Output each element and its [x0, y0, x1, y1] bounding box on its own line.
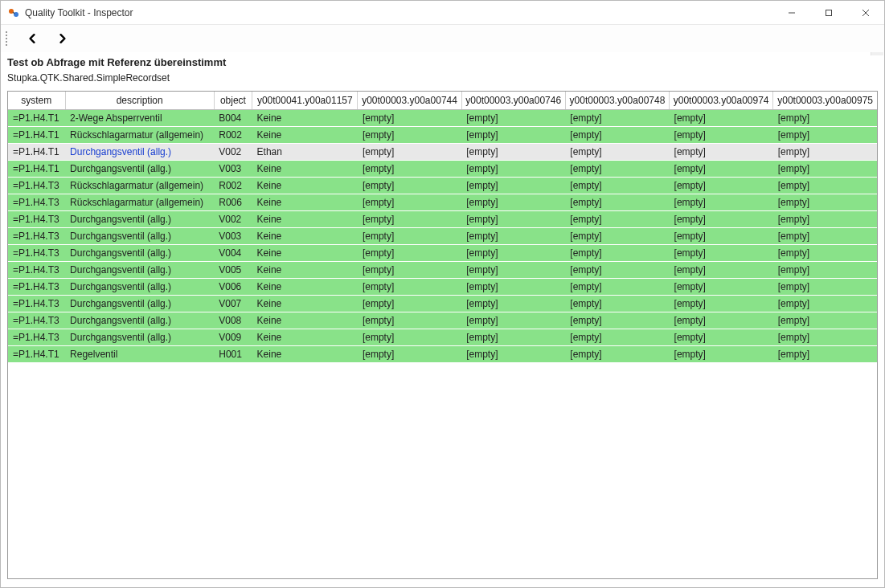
table-cell: H001 — [214, 346, 252, 363]
table-cell: V002 — [214, 144, 252, 161]
table-cell: [empty] — [565, 194, 669, 211]
table-cell: [empty] — [358, 312, 461, 329]
column-header[interactable]: y00t00003.y00a00744 — [358, 92, 461, 110]
table-cell: [empty] — [773, 245, 877, 262]
table-cell: B004 — [214, 110, 252, 127]
table-cell: =P1.H4.T3 — [8, 296, 65, 312]
table-cell: [empty] — [565, 262, 669, 279]
table-cell: [empty] — [461, 346, 565, 363]
table-cell: [empty] — [773, 329, 877, 346]
table-cell: =P1.H4.T3 — [8, 279, 65, 296]
table-cell: Durchgangsventil (allg.) — [65, 144, 214, 161]
back-button[interactable] — [25, 31, 39, 46]
column-header[interactable]: y00t00003.y00a00746 — [461, 92, 565, 110]
table-row[interactable]: =P1.H4.T1Durchgangsventil (allg.)V003Kei… — [8, 161, 877, 178]
table-cell: [empty] — [358, 279, 461, 296]
table-cell: Keine — [252, 161, 358, 178]
table-row[interactable]: =P1.H4.T3Durchgangsventil (allg.)V003Kei… — [8, 228, 877, 245]
forward-button[interactable] — [55, 31, 70, 46]
table-cell: [empty] — [773, 161, 877, 178]
table-cell: =P1.H4.T3 — [8, 178, 65, 194]
table-cell: V005 — [214, 262, 252, 279]
toolbar — [1, 25, 884, 52]
table-row[interactable]: =P1.H4.T3Durchgangsventil (allg.)V005Kei… — [8, 262, 877, 279]
table-cell: Regelventil — [65, 346, 214, 363]
page-subtitle: Stupka.QTK.Shared.SimpleRecordset — [7, 71, 878, 84]
table-cell: [empty] — [358, 296, 461, 312]
table-row[interactable]: =P1.H4.T3Rückschlagarmatur (allgemein)R0… — [8, 194, 877, 211]
table-cell: [empty] — [358, 127, 461, 144]
table-cell: R002 — [214, 127, 252, 144]
table-cell: [empty] — [565, 211, 669, 228]
table-cell: Keine — [252, 262, 358, 279]
minimize-button[interactable] — [773, 1, 810, 24]
table-cell: V002 — [214, 211, 252, 228]
navigation-group — [14, 28, 81, 49]
table-cell: Durchgangsventil (allg.) — [65, 296, 214, 312]
table-cell: [empty] — [773, 228, 877, 245]
heading-area: Test ob Abfrage mit Referenz übereinstim… — [1, 52, 884, 86]
table-cell: Durchgangsventil (allg.) — [65, 211, 214, 228]
table-cell: [empty] — [565, 228, 669, 245]
table-cell: Durchgangsventil (allg.) — [65, 161, 214, 178]
table-cell: Keine — [252, 245, 358, 262]
table-row[interactable]: =P1.H4.T1Rückschlagarmatur (allgemein)R0… — [8, 127, 877, 144]
column-header[interactable]: y00t00003.y00a00974 — [670, 92, 773, 110]
column-header[interactable]: y00t00003.y00a00748 — [565, 92, 669, 110]
table-cell: [empty] — [461, 262, 565, 279]
table-cell: [empty] — [670, 346, 773, 363]
page-title: Test ob Abfrage mit Referenz übereinstim… — [7, 55, 878, 70]
table-row[interactable]: =P1.H4.T3Durchgangsventil (allg.)V008Kei… — [8, 312, 877, 329]
table-cell: [empty] — [565, 245, 669, 262]
table-cell: =P1.H4.T1 — [8, 161, 65, 178]
table-row[interactable]: =P1.H4.T3Durchgangsventil (allg.)V002Kei… — [8, 211, 877, 228]
table-cell: =P1.H4.T3 — [8, 312, 65, 329]
table-row[interactable]: =P1.H4.T1RegelventilH001Keine[empty][emp… — [8, 346, 877, 363]
results-table[interactable]: systemdescriptionobjecty00t00041.y00a011… — [8, 92, 877, 363]
column-header[interactable]: y00t00003.y00a00975 — [773, 92, 877, 110]
column-header[interactable]: description — [65, 92, 214, 110]
table-cell: =P1.H4.T3 — [8, 262, 65, 279]
table-cell: =P1.H4.T3 — [8, 245, 65, 262]
table-cell: Rückschlagarmatur (allgemein) — [65, 127, 214, 144]
table-cell: Keine — [252, 178, 358, 194]
table-cell: [empty] — [461, 329, 565, 346]
table-cell: [empty] — [773, 194, 877, 211]
table-cell: [empty] — [565, 144, 669, 161]
table-cell: [empty] — [358, 178, 461, 194]
table-cell: [empty] — [358, 346, 461, 363]
table-row[interactable]: =P1.H4.T3Durchgangsventil (allg.)V006Kei… — [8, 279, 877, 296]
table-cell: =P1.H4.T1 — [8, 346, 65, 363]
table-cell: [empty] — [670, 262, 773, 279]
table-cell: [empty] — [773, 346, 877, 363]
table-cell: Rückschlagarmatur (allgemein) — [65, 194, 214, 211]
table-cell: V008 — [214, 312, 252, 329]
table-cell: [empty] — [565, 312, 669, 329]
table-cell: V009 — [214, 329, 252, 346]
table-cell: [empty] — [773, 279, 877, 296]
close-button[interactable] — [847, 1, 884, 24]
toolbar-grip-icon[interactable] — [6, 29, 10, 48]
column-header[interactable]: system — [8, 92, 65, 110]
table-row[interactable]: =P1.H4.T3Durchgangsventil (allg.)V009Kei… — [8, 329, 877, 346]
table-row[interactable]: =P1.H4.T1Durchgangsventil (allg.)V002Eth… — [8, 144, 877, 161]
table-row[interactable]: =P1.H4.T3Durchgangsventil (allg.)V004Kei… — [8, 245, 877, 262]
column-header[interactable]: object — [214, 92, 252, 110]
maximize-button[interactable] — [810, 1, 847, 24]
table-cell: Durchgangsventil (allg.) — [65, 329, 214, 346]
table-cell: Durchgangsventil (allg.) — [65, 228, 214, 245]
table-cell: [empty] — [670, 161, 773, 178]
table-cell: Ethan — [252, 144, 358, 161]
table-row[interactable]: =P1.H4.T3Rückschlagarmatur (allgemein)R0… — [8, 178, 877, 194]
table-cell: V004 — [214, 245, 252, 262]
table-cell: [empty] — [670, 296, 773, 312]
table-row[interactable]: =P1.H4.T3Durchgangsventil (allg.)V007Kei… — [8, 296, 877, 312]
table-row[interactable]: =P1.H4.T12-Wege AbsperrventilB004Keine[e… — [8, 110, 877, 127]
column-header[interactable]: y00t00041.y00a01157 — [252, 92, 358, 110]
table-cell: [empty] — [358, 110, 461, 127]
table-cell: Keine — [252, 228, 358, 245]
table-cell: [empty] — [461, 144, 565, 161]
table-cell: Durchgangsventil (allg.) — [65, 262, 214, 279]
svg-point-0 — [9, 9, 14, 14]
window-title: Quality Toolkit - Inspector — [25, 7, 133, 18]
